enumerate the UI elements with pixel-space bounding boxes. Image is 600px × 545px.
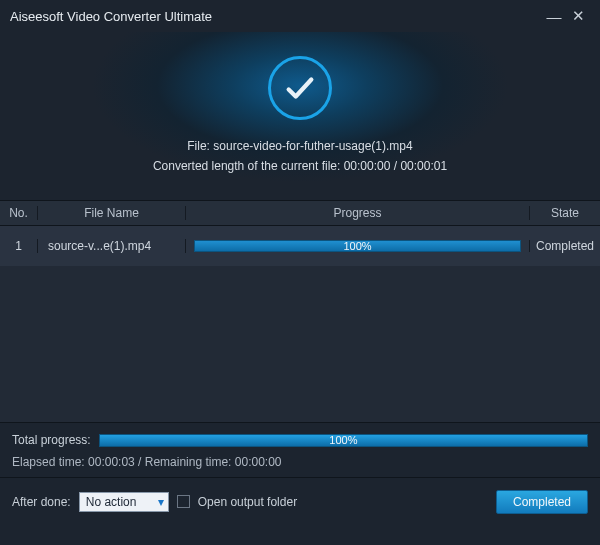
row-state: Completed [530,239,600,253]
open-output-checkbox[interactable] [177,495,190,508]
hero-panel: File: source-video-for-futher-usage(1).m… [0,32,600,200]
table-row[interactable]: 1 source-v...e(1).mp4 100% Completed [0,226,600,266]
table-header: No. File Name Progress State [0,200,600,226]
row-no: 1 [0,239,38,253]
header-filename: File Name [38,206,186,220]
converted-length-line: Converted length of the current file: 00… [153,156,447,176]
total-progress-percent: 100% [100,435,587,446]
row-progress-bar: 100% [194,240,521,252]
success-check-icon [268,56,332,120]
header-no: No. [0,206,38,220]
footer-actions: After done: No action ▾ Open output fold… [0,477,600,525]
after-done-dropdown[interactable]: No action ▾ [79,492,169,512]
row-progress-cell: 100% [186,240,530,252]
open-output-label: Open output folder [198,495,297,509]
window-title: Aiseesoft Video Converter Ultimate [10,9,542,24]
after-done-value: No action [86,495,137,509]
current-file-line: File: source-video-for-futher-usage(1).m… [187,136,412,156]
elapsed-remaining-text: Elapsed time: 00:00:03 / Remaining time:… [12,455,588,469]
file-label-prefix: File: [187,139,213,153]
total-progress-panel: Total progress: 100% Elapsed time: 00:00… [0,422,600,477]
file-name-text: source-video-for-futher-usage(1).mp4 [213,139,412,153]
table-body: 1 source-v...e(1).mp4 100% Completed [0,226,600,422]
total-progress-bar: 100% [99,434,588,447]
minimize-button[interactable]: — [542,8,566,25]
row-filename: source-v...e(1).mp4 [38,239,186,253]
total-progress-label: Total progress: [12,433,91,447]
row-progress-percent: 100% [195,241,520,251]
completed-button[interactable]: Completed [496,490,588,514]
after-done-label: After done: [12,495,71,509]
chevron-down-icon: ▾ [158,495,164,509]
header-state: State [530,206,600,220]
header-progress: Progress [186,206,530,220]
close-button[interactable]: ✕ [566,7,590,25]
titlebar: Aiseesoft Video Converter Ultimate — ✕ [0,0,600,32]
